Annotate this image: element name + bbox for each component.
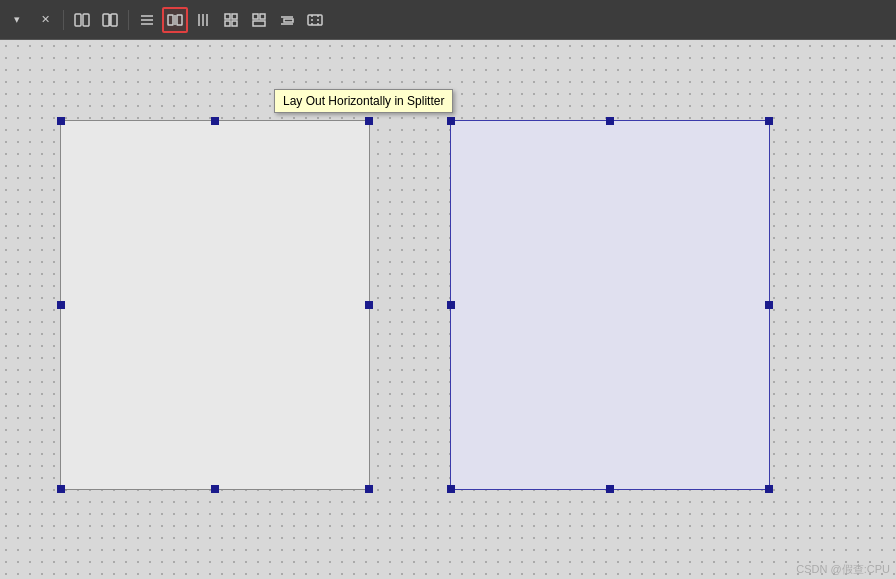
svg-rect-1 [83, 14, 89, 26]
toolbar-layout-v-button[interactable] [190, 7, 216, 33]
toolbar-layout-form-button[interactable] [274, 7, 300, 33]
handle-mr [765, 301, 773, 309]
toolbar: ▾ ✕ [0, 0, 896, 40]
svg-rect-18 [253, 14, 258, 19]
toolbar-widget1-button[interactable] [69, 7, 95, 33]
handle-bm [211, 485, 219, 493]
svg-rect-22 [284, 19, 293, 22]
handle-ml [57, 301, 65, 309]
toolbar-separator-1 [63, 10, 64, 30]
svg-rect-16 [225, 21, 230, 26]
toolbar-layout-grid1-button[interactable] [218, 7, 244, 33]
toolbar-close-button[interactable]: ✕ [32, 7, 58, 33]
handle-br [765, 485, 773, 493]
handle-tl [447, 117, 455, 125]
handle-tl [57, 117, 65, 125]
handle-mr [365, 301, 373, 309]
svg-rect-14 [225, 14, 230, 19]
svg-rect-15 [232, 14, 237, 19]
toolbar-arrow-dropdown[interactable]: ▾ [4, 7, 30, 33]
toolbar-break-layout-button[interactable] [302, 7, 328, 33]
svg-rect-2 [103, 14, 109, 26]
svg-rect-20 [253, 21, 265, 26]
toolbar-separator-2 [128, 10, 129, 30]
handle-tm [606, 117, 614, 125]
toolbar-layout-grid2-button[interactable] [246, 7, 272, 33]
svg-rect-3 [111, 14, 117, 26]
svg-rect-17 [232, 21, 237, 26]
svg-rect-0 [75, 14, 81, 26]
svg-rect-24 [308, 15, 322, 25]
svg-rect-19 [260, 14, 265, 19]
handle-bm [606, 485, 614, 493]
toolbar-widget2-button[interactable] [97, 7, 123, 33]
canvas-area[interactable]: Lay Out Horizontally in Splitter [0, 40, 896, 579]
statusbar: CSDN @假查:CPU [790, 560, 896, 579]
svg-rect-8 [168, 15, 173, 25]
handle-br [365, 485, 373, 493]
widget-left[interactable] [60, 120, 370, 490]
handle-ml [447, 301, 455, 309]
handle-bl [447, 485, 455, 493]
svg-rect-10 [177, 15, 182, 25]
handle-tr [765, 117, 773, 125]
handle-tm [211, 117, 219, 125]
toolbar-layout-h-button[interactable] [134, 7, 160, 33]
handle-bl [57, 485, 65, 493]
toolbar-layout-splitter-button[interactable] [162, 7, 188, 33]
handle-tr [365, 117, 373, 125]
widget-right[interactable] [450, 120, 770, 490]
tooltip: Lay Out Horizontally in Splitter [274, 89, 453, 113]
